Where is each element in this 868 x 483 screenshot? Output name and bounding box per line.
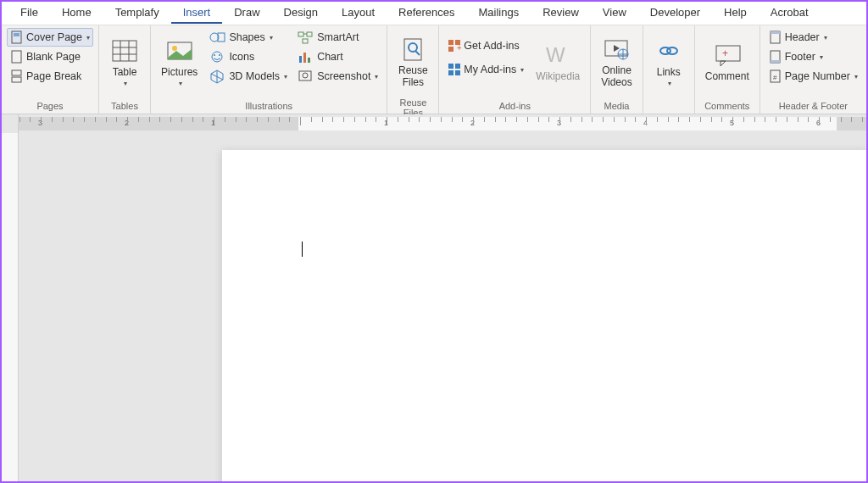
wikipedia-icon: W [544, 42, 571, 69]
svg-rect-39 [455, 70, 460, 75]
page-number-button[interactable]: # Page Number ▾ [765, 67, 861, 86]
svg-text:+: + [722, 47, 728, 59]
pictures-button[interactable]: Pictures ▾ [156, 28, 203, 96]
link-icon [655, 37, 682, 64]
tab-home[interactable]: Home [50, 3, 103, 24]
chevron-down-icon: ▾ [284, 73, 287, 80]
chevron-down-icon: ▾ [824, 34, 827, 42]
page-area [19, 133, 866, 481]
chart-icon [298, 49, 314, 64]
smartart-button[interactable]: SmartArt [294, 28, 381, 47]
group-illustrations: Pictures ▾ Shapes ▾ Icons 3D Models ▾ [151, 25, 387, 114]
table-button[interactable]: Table ▾ [104, 28, 145, 96]
cover-page-icon [10, 31, 24, 44]
ribbon-tabs: File Home Templafy Insert Draw Design La… [2, 2, 866, 25]
svg-rect-54 [771, 60, 780, 63]
icons-icon [209, 49, 226, 64]
svg-rect-22 [303, 39, 308, 43]
header-button[interactable]: Header ▾ [765, 28, 861, 47]
header-icon [769, 31, 782, 44]
pictures-icon [166, 37, 193, 64]
icons-button[interactable]: Icons [206, 47, 291, 66]
links-label: Links [657, 66, 681, 78]
svg-point-28 [303, 73, 308, 78]
tab-mailings[interactable]: Mailings [467, 3, 531, 24]
chart-button[interactable]: Chart [294, 47, 381, 66]
svg-marker-49 [721, 61, 726, 66]
svg-rect-4 [12, 77, 21, 82]
blank-page-button[interactable]: Blank Page [7, 47, 93, 66]
svg-rect-1 [14, 33, 19, 36]
online-videos-label: Online Videos [601, 64, 632, 89]
tab-file[interactable]: File [8, 3, 50, 24]
reuse-files-button[interactable]: Reuse Files [392, 28, 433, 96]
screenshot-label: Screenshot [317, 70, 370, 82]
chevron-down-icon: ▾ [179, 80, 182, 87]
comment-button[interactable]: + Comment [700, 28, 754, 96]
svg-marker-42 [614, 45, 620, 52]
my-addins-icon [448, 63, 461, 76]
header-label: Header [785, 31, 820, 43]
chevron-down-icon: ▾ [86, 34, 90, 42]
shapes-button[interactable]: Shapes ▾ [206, 28, 291, 47]
svg-point-11 [172, 46, 177, 51]
svg-point-47 [667, 47, 677, 54]
wikipedia-button[interactable]: W Wikipedia [531, 28, 585, 96]
screenshot-icon [298, 69, 314, 84]
cover-page-label: Cover Page [26, 31, 82, 43]
pictures-label: Pictures [161, 66, 198, 78]
document-page[interactable] [222, 150, 866, 483]
tables-group-label: Tables [104, 99, 145, 114]
chevron-down-icon: ▾ [820, 53, 823, 61]
tab-review[interactable]: Review [531, 3, 591, 24]
tab-acrobat[interactable]: Acrobat [759, 3, 821, 24]
tab-view[interactable]: View [591, 3, 638, 24]
tab-draw[interactable]: Draw [222, 3, 271, 24]
addins-group-label: Add-ins [444, 99, 585, 114]
3d-models-button[interactable]: 3D Models ▾ [206, 67, 291, 86]
svg-rect-3 [12, 70, 21, 75]
group-links: Links ▾ [643, 25, 695, 114]
chevron-down-icon: ▾ [520, 66, 524, 74]
tab-insert[interactable]: Insert [171, 3, 223, 24]
reuse-files-label: Reuse Files [398, 64, 428, 89]
tab-help[interactable]: Help [712, 3, 759, 24]
svg-text:+: + [457, 43, 461, 53]
smartart-icon [298, 30, 314, 45]
footer-label: Footer [785, 51, 815, 63]
svg-point-16 [219, 54, 220, 56]
tab-developer[interactable]: Developer [638, 3, 712, 24]
group-reuse-files: Reuse Files Reuse Files [387, 25, 439, 114]
cover-page-button[interactable]: Cover Page ▾ [7, 28, 93, 47]
tab-layout[interactable]: Layout [330, 3, 387, 24]
table-icon [111, 37, 138, 64]
reuse-files-icon [399, 36, 426, 63]
online-videos-button[interactable]: Online Videos [596, 28, 637, 96]
tab-templafy[interactable]: Templafy [103, 3, 171, 24]
screenshot-button[interactable]: Screenshot ▾ [294, 67, 381, 86]
chevron-down-icon: ▾ [124, 80, 127, 87]
3d-models-label: 3D Models [229, 70, 280, 82]
page-number-icon: # [769, 69, 782, 83]
shapes-label: Shapes [229, 31, 264, 43]
svg-rect-25 [303, 53, 306, 63]
header-footer-group-label: Header & Footer [765, 99, 861, 114]
page-break-button[interactable]: Page Break [7, 67, 93, 86]
links-group-label [648, 109, 689, 114]
get-addins-label: Get Add-ins [464, 40, 519, 52]
svg-rect-52 [771, 31, 780, 34]
tab-design[interactable]: Design [272, 3, 330, 24]
my-addins-button[interactable]: My Add-ins ▾ [444, 60, 527, 79]
links-button[interactable]: Links ▾ [648, 28, 689, 96]
horizontal-ruler[interactable]: 112233456 [2, 114, 866, 133]
pages-group-label: Pages [7, 99, 93, 114]
tab-references[interactable]: References [387, 3, 466, 24]
footer-icon [769, 50, 782, 64]
table-label: Table [113, 66, 137, 78]
text-cursor [302, 242, 303, 257]
svg-rect-37 [455, 64, 460, 69]
page-break-icon [10, 69, 24, 83]
vertical-ruler[interactable] [2, 133, 19, 481]
footer-button[interactable]: Footer ▾ [765, 47, 861, 66]
get-addins-button[interactable]: + Get Add-ins [444, 36, 527, 55]
